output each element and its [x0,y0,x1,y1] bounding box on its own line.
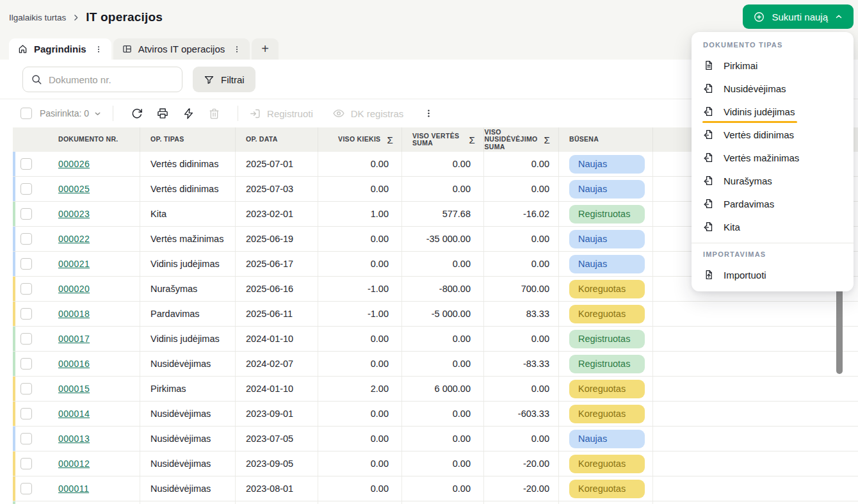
menu-item[interactable]: Pirkimai [692,54,854,77]
tab-menu-kebab-icon[interactable] [231,44,243,54]
tab-atviros-it-operacijos[interactable]: Atviros IT operacijos [113,38,250,60]
sum-icon[interactable]: Σ [469,134,475,145]
column-header-value[interactable]: VISO VERTĖS SUMAΣ [402,127,484,152]
row-checkbox[interactable] [20,258,32,270]
column-header-depreciation[interactable]: VISO NUSIDĖVĖJIMO SUMAΣ [484,127,559,152]
document-link[interactable]: 000021 [58,259,90,269]
selected-count-label[interactable]: Pasirinkta: 0 [40,108,89,118]
refresh-button[interactable] [124,103,150,124]
dk-register-button[interactable]: DK registras [332,107,404,120]
breadcrumb-parent-link[interactable]: Ilgalaikis turtas [9,13,66,22]
column-header-status[interactable]: BŪSENA [559,127,653,152]
search-icon [31,74,42,85]
print-button[interactable] [150,103,175,124]
status-strip [13,377,15,401]
row-checkbox[interactable] [20,408,32,419]
depreciation-cell: 0.00 [484,252,559,276]
menu-item[interactable]: Nurašymas [692,169,854,192]
menu-item[interactable]: Vertės didinimas [692,123,854,146]
row-checkbox[interactable] [20,433,32,444]
row-checkbox[interactable] [20,483,32,494]
menu-item[interactable]: Vertės mažinimas [692,146,854,169]
document-link[interactable]: 000013 [58,434,90,444]
sum-icon[interactable]: Σ [387,134,393,145]
row-checkbox[interactable] [20,183,32,195]
row-checkbox[interactable] [20,208,32,220]
document-link[interactable]: 000018 [58,309,90,319]
search-input[interactable] [49,74,174,85]
column-header-qty[interactable]: VISO KIEKISΣ [318,127,402,152]
register-button[interactable]: Registruoti [249,108,313,120]
depreciation-cell: 0.00 [484,227,559,251]
status-strip [13,427,15,451]
create-new-dropdown: DOKUMENTO TIPAS Pirkimai Nusidėvėjimas V… [692,32,854,291]
row-checkbox[interactable] [20,383,32,394]
depreciation-cell: -16.02 [484,202,559,226]
document-link[interactable]: 000015 [58,384,90,394]
column-header-type[interactable]: OP. TIPAS [140,127,236,152]
column-header-document[interactable]: DOKUMENTO NR. [48,127,140,152]
row-checkbox[interactable] [20,158,32,170]
status-badge: Naujas [569,430,645,448]
create-new-button[interactable]: Sukurti naują [743,4,854,29]
chevron-down-icon[interactable] [93,110,102,118]
column-header-date[interactable]: OP. DATA [236,127,318,152]
status-badge: Naujas [569,155,645,174]
value-cell: 0.00 [402,152,484,176]
document-link[interactable]: 000025 [58,184,90,194]
document-link[interactable]: 000012 [58,459,90,469]
tab-pagrindinis[interactable]: Pagrindinis [9,38,111,60]
status-cell: Koreguotas [559,302,653,326]
row-checkbox[interactable] [20,308,32,320]
table-row: 000015 Pirkimas 2024-01-10 2.00 6 000.00… [13,377,858,402]
checkbox-cell [13,402,48,426]
row-checkbox[interactable] [20,233,32,245]
row-checkbox[interactable] [20,358,32,370]
menu-item[interactable]: Nusidėvėjimas [692,77,854,100]
document-link[interactable]: 000026 [58,159,90,169]
depreciation-cell: 0.00 [484,327,559,351]
lightning-button[interactable] [175,103,201,124]
add-tab-button[interactable]: + [252,38,279,60]
menu-item-importuoti[interactable]: Importuoti [692,263,854,286]
select-all-checkbox[interactable] [20,108,32,119]
status-badge: Koreguotas [569,305,645,323]
scrollbar-thumb[interactable] [836,284,843,374]
status-badge: Koreguotas [569,480,645,498]
dk-register-label: DK registras [351,108,404,119]
menu-item[interactable]: Vidinis judėjimas [692,100,854,123]
value-cell: 6 000.00 [402,377,484,401]
value-cell: 0.00 [402,451,484,476]
checkbox-cell [13,152,48,176]
checkbox-cell [13,476,48,501]
depreciation-cell: 0.00 [484,427,559,451]
row-checkbox[interactable] [20,283,32,295]
delete-button[interactable] [201,103,227,124]
type-cell: Vertės mažinimas [140,227,236,251]
document-link[interactable]: 000020 [58,284,90,294]
tab-menu-kebab-icon[interactable] [92,44,105,54]
tab-label: Atviros IT operacijos [138,44,225,54]
filter-button[interactable]: Filtrai [193,67,255,92]
status-badge: Registruotas [569,330,645,348]
document-link[interactable]: 000011 [58,484,89,494]
menu-item[interactable]: Kita [692,215,854,238]
row-checkbox[interactable] [20,458,32,469]
chevron-right-icon [72,13,80,22]
document-link[interactable]: 000014 [58,409,90,419]
document-link[interactable]: 000022 [58,234,90,244]
status-badge: Registruotas [569,205,645,224]
menu-item[interactable]: Pardavimas [692,192,854,215]
document-link[interactable]: 000017 [58,334,90,344]
empty-cell [653,377,858,401]
depreciation-cell: 700.00 [484,277,559,301]
document-cell: 000018 [48,302,140,326]
document-link[interactable]: 000016 [58,359,90,369]
document-cell: 000023 [48,202,140,226]
row-checkbox[interactable] [20,333,32,345]
register-label: Registruoti [267,108,313,119]
toolbar-kebab-icon[interactable] [424,108,433,119]
document-link[interactable]: 000023 [58,209,90,219]
status-badge: Naujas [569,255,645,273]
sum-icon[interactable]: Σ [544,134,550,145]
